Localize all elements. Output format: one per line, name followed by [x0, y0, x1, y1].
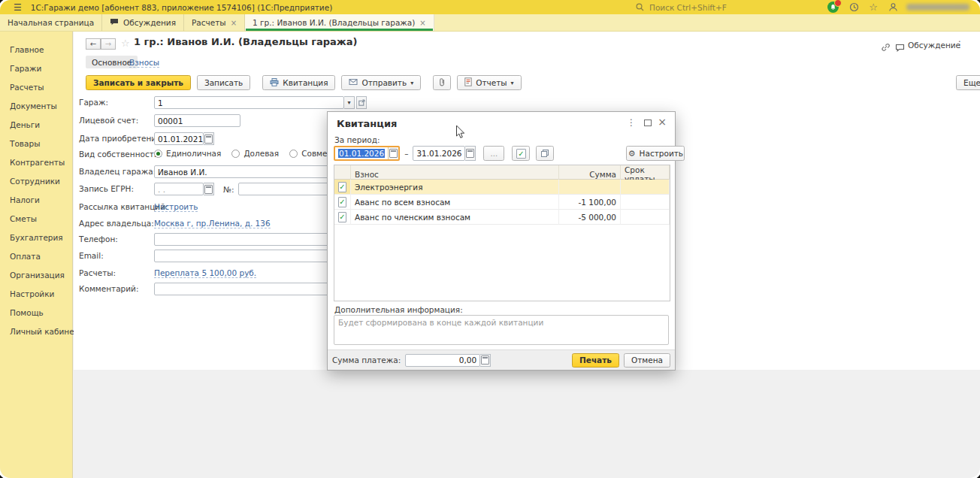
forward-button[interactable]: →: [101, 38, 116, 50]
mailing-configure-link[interactable]: Настроить: [154, 202, 198, 212]
history-icon[interactable]: [848, 2, 860, 14]
global-search[interactable]: Поиск Ctrl+Shift+F: [634, 2, 814, 14]
tab-raschety[interactable]: Расчеты ×: [184, 14, 245, 31]
check-all-button[interactable]: ✓: [512, 146, 530, 161]
contribution-sum: [559, 180, 621, 195]
tab-label: Обсуждения: [123, 18, 176, 27]
ownership-radio-sole[interactable]: [154, 150, 162, 158]
send-button[interactable]: Отправить ▾: [341, 75, 421, 90]
garage-dropdown-button[interactable]: ▾: [344, 96, 355, 109]
sidebar-item-raschety[interactable]: Расчеты: [0, 78, 72, 97]
table-row[interactable]: ✓ Аванс по членским взносам -5 000,00: [334, 210, 670, 225]
mouse-cursor: [455, 125, 465, 142]
row-checkbox[interactable]: ✓: [338, 197, 346, 207]
configure-button[interactable]: ⚙ Настроить: [626, 146, 685, 161]
sidebar-item-smety[interactable]: Сметы: [0, 210, 72, 228]
chevron-down-icon: ▾: [410, 80, 413, 86]
uncheck-all-button[interactable]: [536, 146, 554, 161]
contribution-due: [621, 210, 670, 225]
period-more-button[interactable]: ...: [483, 146, 504, 161]
cancel-button[interactable]: Отмена: [624, 353, 670, 368]
back-button[interactable]: ←: [86, 38, 101, 50]
payment-sum-input[interactable]: 0,00: [405, 354, 480, 367]
discussion-label[interactable]: Обсуждение: [908, 41, 960, 50]
sidebar-item-pomosch[interactable]: Помощь: [0, 304, 72, 322]
contribution-due: [621, 180, 670, 195]
discussion-bubble-icon[interactable]: [895, 41, 905, 55]
egrn-label: Запись ЕГРН:: [79, 184, 134, 193]
ownership-option-label: Долевая: [243, 149, 279, 158]
calendar-icon[interactable]: [480, 354, 491, 367]
dialog-close-icon[interactable]: ×: [658, 116, 667, 128]
receipt-button[interactable]: Квитанция: [262, 75, 335, 90]
ownership-radio-joint[interactable]: [289, 150, 298, 158]
period-label: За период:: [334, 135, 380, 144]
ownership-radio-share[interactable]: [231, 150, 240, 158]
more-button[interactable]: Еще ▾: [956, 75, 980, 90]
sidebar-item-dokumenty[interactable]: Документы: [0, 97, 72, 116]
table-row[interactable]: ✓ Аванс по всем взносам -1 100,00: [334, 195, 670, 210]
sidebar-item-kontragenty[interactable]: Контрагенты: [0, 153, 72, 172]
print-button[interactable]: Печать: [572, 353, 619, 368]
sidebar-item-nalogi[interactable]: Налоги: [0, 191, 72, 210]
address-link[interactable]: Москва г, пр.Ленина, д. 136: [154, 219, 271, 228]
favorite-star-icon[interactable]: ☆: [121, 38, 130, 49]
sections-panel: Главное Гаражи Расчеты Документы Деньги …: [0, 32, 73, 478]
calendar-icon[interactable]: [204, 132, 214, 145]
favorites-star-icon[interactable]: ☆: [867, 2, 879, 14]
calendar-icon[interactable]: [204, 183, 214, 195]
row-checkbox[interactable]: ✓: [338, 182, 346, 192]
egrn-date-input[interactable]: . .: [154, 183, 204, 195]
send-label: Отправить: [361, 78, 407, 87]
table-row[interactable]: ✓ Электроэнергия: [334, 180, 670, 195]
notifications-button[interactable]: [827, 2, 839, 13]
tab-bar: Начальная страница Обсуждения Расчеты × …: [0, 14, 980, 32]
sidebar-item-organizaciya[interactable]: Организация: [0, 266, 72, 285]
tab-close-icon[interactable]: ×: [231, 19, 237, 27]
sidebar-item-dengi[interactable]: Деньги: [0, 116, 72, 135]
garage-input[interactable]: 1: [154, 96, 344, 109]
notification-badge: [834, 0, 842, 7]
phone-input[interactable]: [154, 233, 351, 246]
comment-input[interactable]: [154, 283, 351, 295]
row-checkbox[interactable]: ✓: [338, 212, 346, 222]
form-kebab-icon[interactable]: ⋮: [955, 39, 964, 50]
user-icon[interactable]: [887, 2, 899, 14]
owner-input[interactable]: Иванов И.И.: [154, 165, 351, 178]
sidebar-item-sotrudniki[interactable]: Сотрудники: [0, 172, 72, 191]
calendar-icon[interactable]: [465, 146, 476, 161]
save-close-button[interactable]: Записать и закрыть: [86, 75, 191, 90]
overpayment-link[interactable]: Переплата 5 100,00 руб.: [154, 268, 256, 278]
sidebar-item-oplata[interactable]: Оплата: [0, 247, 72, 266]
additional-info-textarea[interactable]: Будет сформирована в конце каждой квитан…: [334, 315, 669, 345]
chevron-down-icon: ▾: [511, 80, 514, 86]
email-input[interactable]: [154, 250, 351, 262]
tab-owner-card[interactable]: 1 гр.: Иванов И.И. (Владельцы гаража) ×: [245, 14, 434, 31]
sidebar-item-nastroyki[interactable]: Настройки: [0, 285, 72, 304]
reports-button[interactable]: Отчеты ▾: [457, 75, 521, 90]
purchase-date-input[interactable]: 01.01.2021: [154, 132, 204, 145]
period-from-input[interactable]: 01.01.2026: [334, 146, 400, 161]
tab-home[interactable]: Начальная страница: [0, 14, 102, 31]
dialog-maximize-icon[interactable]: [644, 120, 652, 126]
sidebar-item-tovary[interactable]: Товары: [0, 135, 72, 153]
egrn-date-value: . .: [158, 185, 165, 194]
calculations-label: Расчеты:: [79, 268, 116, 277]
get-link-icon[interactable]: [881, 41, 891, 55]
attachments-button[interactable]: [433, 75, 451, 90]
tab-close-icon[interactable]: ×: [419, 19, 425, 27]
period-to-input[interactable]: 31.01.2026: [413, 146, 476, 161]
main-menu-icon[interactable]: ☰: [14, 2, 22, 13]
calendar-icon[interactable]: [388, 147, 398, 159]
account-input[interactable]: 00001: [154, 114, 240, 127]
garage-open-button[interactable]: [356, 96, 367, 109]
sidebar-item-glavnoe[interactable]: Главное: [0, 41, 72, 59]
nav-contributions[interactable]: Взносы: [129, 58, 159, 68]
owner-label: Владелец гаража:: [79, 167, 156, 176]
sidebar-item-garazhi[interactable]: Гаражи: [0, 59, 72, 78]
dialog-kebab-icon[interactable]: ⋮: [627, 117, 636, 128]
tab-discussions[interactable]: Обсуждения: [102, 14, 184, 31]
sidebar-item-lichny-kabinet[interactable]: Личный кабинет: [0, 322, 72, 341]
save-button[interactable]: Записать: [197, 75, 250, 90]
sidebar-item-buhgalteriya[interactable]: Бухгалтерия: [0, 228, 72, 247]
